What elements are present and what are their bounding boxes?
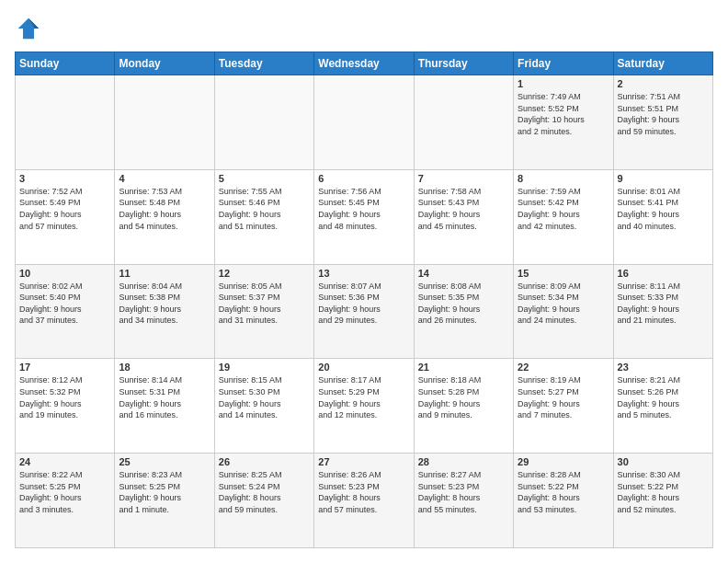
day-number: 7 [418, 173, 509, 184]
day-info: Sunrise: 8:30 AM Sunset: 5:22 PM Dayligh… [618, 469, 709, 515]
calendar-cell: 27Sunrise: 8:26 AM Sunset: 5:23 PM Dayli… [314, 454, 414, 548]
day-info: Sunrise: 8:19 AM Sunset: 5:27 PM Dayligh… [518, 374, 609, 420]
calendar-cell: 26Sunrise: 8:25 AM Sunset: 5:24 PM Dayli… [214, 454, 313, 548]
day-info: Sunrise: 8:04 AM Sunset: 5:38 PM Dayligh… [119, 281, 210, 327]
day-number: 12 [219, 268, 310, 279]
calendar-week-row: 1Sunrise: 7:49 AM Sunset: 5:52 PM Daylig… [16, 75, 713, 170]
day-number: 27 [318, 456, 409, 467]
day-number: 1 [518, 78, 609, 89]
day-info: Sunrise: 8:01 AM Sunset: 5:41 PM Dayligh… [618, 186, 709, 232]
calendar-cell: 18Sunrise: 8:14 AM Sunset: 5:31 PM Dayli… [115, 359, 214, 454]
calendar-cell: 3Sunrise: 7:52 AM Sunset: 5:49 PM Daylig… [16, 169, 115, 264]
day-number: 15 [518, 268, 609, 279]
weekday-header: Monday [115, 52, 214, 75]
day-info: Sunrise: 8:08 AM Sunset: 5:35 PM Dayligh… [418, 281, 509, 327]
day-number: 2 [618, 78, 709, 89]
calendar-cell: 23Sunrise: 8:21 AM Sunset: 5:26 PM Dayli… [613, 359, 712, 454]
weekday-header: Sunday [16, 52, 115, 75]
day-info: Sunrise: 7:53 AM Sunset: 5:48 PM Dayligh… [119, 186, 210, 232]
calendar-cell: 15Sunrise: 8:09 AM Sunset: 5:34 PM Dayli… [514, 264, 613, 359]
day-info: Sunrise: 8:15 AM Sunset: 5:30 PM Dayligh… [219, 374, 310, 420]
day-number: 21 [418, 362, 509, 373]
day-number: 3 [19, 173, 110, 184]
day-number: 28 [418, 456, 509, 467]
calendar-cell: 16Sunrise: 8:11 AM Sunset: 5:33 PM Dayli… [613, 264, 712, 359]
calendar-cell [314, 75, 414, 170]
day-info: Sunrise: 8:12 AM Sunset: 5:32 PM Dayligh… [19, 374, 110, 420]
calendar-cell: 4Sunrise: 7:53 AM Sunset: 5:48 PM Daylig… [115, 169, 214, 264]
day-number: 20 [318, 362, 409, 373]
day-number: 23 [618, 362, 709, 373]
weekday-header: Saturday [613, 52, 712, 75]
day-number: 30 [618, 456, 709, 467]
calendar-cell [16, 75, 115, 170]
calendar-cell: 13Sunrise: 8:07 AM Sunset: 5:36 PM Dayli… [314, 264, 414, 359]
day-info: Sunrise: 7:59 AM Sunset: 5:42 PM Dayligh… [518, 186, 609, 232]
calendar-cell: 21Sunrise: 8:18 AM Sunset: 5:28 PM Dayli… [414, 359, 513, 454]
calendar-cell: 1Sunrise: 7:49 AM Sunset: 5:52 PM Daylig… [514, 75, 613, 170]
calendar-cell [115, 75, 214, 170]
day-number: 24 [19, 456, 110, 467]
day-number: 17 [19, 362, 110, 373]
day-info: Sunrise: 8:18 AM Sunset: 5:28 PM Dayligh… [418, 374, 509, 420]
day-info: Sunrise: 8:21 AM Sunset: 5:26 PM Dayligh… [618, 374, 709, 420]
day-info: Sunrise: 8:14 AM Sunset: 5:31 PM Dayligh… [119, 374, 210, 420]
day-info: Sunrise: 7:49 AM Sunset: 5:52 PM Dayligh… [518, 91, 609, 137]
calendar: SundayMondayTuesdayWednesdayThursdayFrid… [15, 52, 713, 548]
day-info: Sunrise: 7:52 AM Sunset: 5:49 PM Dayligh… [19, 186, 110, 232]
calendar-cell: 6Sunrise: 7:56 AM Sunset: 5:45 PM Daylig… [314, 169, 414, 264]
day-number: 13 [318, 268, 409, 279]
day-number: 5 [219, 173, 310, 184]
day-info: Sunrise: 8:09 AM Sunset: 5:34 PM Dayligh… [518, 281, 609, 327]
calendar-cell [414, 75, 513, 170]
calendar-week-row: 17Sunrise: 8:12 AM Sunset: 5:32 PM Dayli… [16, 359, 713, 454]
calendar-week-row: 10Sunrise: 8:02 AM Sunset: 5:40 PM Dayli… [16, 264, 713, 359]
day-info: Sunrise: 8:11 AM Sunset: 5:33 PM Dayligh… [618, 281, 709, 327]
day-number: 6 [318, 173, 409, 184]
day-info: Sunrise: 7:56 AM Sunset: 5:45 PM Dayligh… [318, 186, 409, 232]
day-info: Sunrise: 8:07 AM Sunset: 5:36 PM Dayligh… [318, 281, 409, 327]
calendar-cell: 22Sunrise: 8:19 AM Sunset: 5:27 PM Dayli… [514, 359, 613, 454]
day-info: Sunrise: 7:55 AM Sunset: 5:46 PM Dayligh… [219, 186, 310, 232]
calendar-cell: 5Sunrise: 7:55 AM Sunset: 5:46 PM Daylig… [214, 169, 313, 264]
day-info: Sunrise: 7:58 AM Sunset: 5:43 PM Dayligh… [418, 186, 509, 232]
day-info: Sunrise: 8:26 AM Sunset: 5:23 PM Dayligh… [318, 469, 409, 515]
day-number: 11 [119, 268, 210, 279]
calendar-cell: 8Sunrise: 7:59 AM Sunset: 5:42 PM Daylig… [514, 169, 613, 264]
day-number: 9 [618, 173, 709, 184]
day-info: Sunrise: 8:28 AM Sunset: 5:22 PM Dayligh… [518, 469, 609, 515]
calendar-cell: 14Sunrise: 8:08 AM Sunset: 5:35 PM Dayli… [414, 264, 513, 359]
day-number: 29 [518, 456, 609, 467]
day-info: Sunrise: 8:27 AM Sunset: 5:23 PM Dayligh… [418, 469, 509, 515]
calendar-cell: 30Sunrise: 8:30 AM Sunset: 5:22 PM Dayli… [613, 454, 712, 548]
calendar-cell: 17Sunrise: 8:12 AM Sunset: 5:32 PM Dayli… [16, 359, 115, 454]
calendar-cell: 9Sunrise: 8:01 AM Sunset: 5:41 PM Daylig… [613, 169, 712, 264]
calendar-cell: 28Sunrise: 8:27 AM Sunset: 5:23 PM Dayli… [414, 454, 513, 548]
calendar-cell: 19Sunrise: 8:15 AM Sunset: 5:30 PM Dayli… [214, 359, 313, 454]
weekday-header: Tuesday [214, 52, 313, 75]
day-number: 14 [418, 268, 509, 279]
weekday-header: Wednesday [314, 52, 414, 75]
day-number: 22 [518, 362, 609, 373]
day-info: Sunrise: 8:17 AM Sunset: 5:29 PM Dayligh… [318, 374, 409, 420]
calendar-cell: 24Sunrise: 8:22 AM Sunset: 5:25 PM Dayli… [16, 454, 115, 548]
day-number: 16 [618, 268, 709, 279]
calendar-cell: 7Sunrise: 7:58 AM Sunset: 5:43 PM Daylig… [414, 169, 513, 264]
day-number: 25 [119, 456, 210, 467]
weekday-header: Friday [514, 52, 613, 75]
day-info: Sunrise: 8:05 AM Sunset: 5:37 PM Dayligh… [219, 281, 310, 327]
day-info: Sunrise: 8:23 AM Sunset: 5:25 PM Dayligh… [119, 469, 210, 515]
logo [15, 15, 46, 42]
calendar-cell: 29Sunrise: 8:28 AM Sunset: 5:22 PM Dayli… [514, 454, 613, 548]
day-number: 4 [119, 173, 210, 184]
calendar-week-row: 3Sunrise: 7:52 AM Sunset: 5:49 PM Daylig… [16, 169, 713, 264]
weekday-header: Thursday [414, 52, 513, 75]
day-number: 8 [518, 173, 609, 184]
day-info: Sunrise: 8:02 AM Sunset: 5:40 PM Dayligh… [19, 281, 110, 327]
logo-icon [15, 15, 42, 42]
weekday-header-row: SundayMondayTuesdayWednesdayThursdayFrid… [16, 52, 713, 75]
calendar-cell: 2Sunrise: 7:51 AM Sunset: 5:51 PM Daylig… [613, 75, 712, 170]
day-number: 19 [219, 362, 310, 373]
calendar-cell: 12Sunrise: 8:05 AM Sunset: 5:37 PM Dayli… [214, 264, 313, 359]
calendar-cell: 11Sunrise: 8:04 AM Sunset: 5:38 PM Dayli… [115, 264, 214, 359]
